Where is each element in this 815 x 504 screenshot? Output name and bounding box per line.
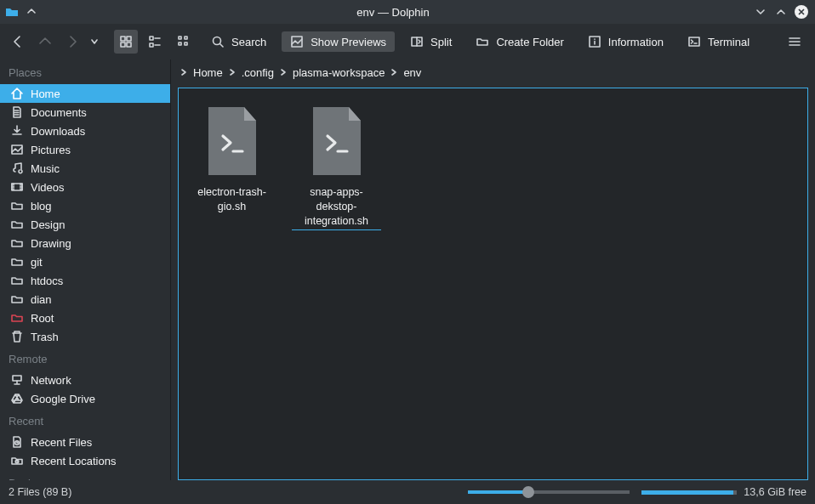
view-icons-button[interactable] [114, 30, 138, 54]
file-grid[interactable]: electron-trash-gio.shsnap-apps-dekstop-i… [178, 88, 808, 480]
file-label: electron-trash-gio.sh [187, 185, 276, 214]
sidebar-item-google-drive[interactable]: Google Drive [0, 389, 170, 408]
sidebar-item-label: dian [31, 293, 52, 306]
chevron-right-icon [180, 66, 188, 79]
shell-script-icon [198, 100, 266, 182]
nav-history-dropdown[interactable] [90, 32, 99, 51]
sidebar-item-blog[interactable]: blog [0, 196, 170, 215]
view-compact-button[interactable] [143, 30, 167, 54]
file-item[interactable]: electron-trash-gio.sh [187, 100, 276, 214]
svg-rect-4 [127, 42, 131, 47]
folder-icon [10, 292, 24, 306]
sidebar-item-label: Videos [31, 181, 65, 194]
nav-forward-button[interactable] [63, 32, 82, 51]
sidebar-item-label: Google Drive [31, 393, 95, 405]
sidebar-item-root[interactable]: Root [0, 309, 170, 327]
terminal-button[interactable]: Terminal [679, 31, 758, 52]
pin-icon[interactable] [26, 5, 37, 20]
file-item[interactable]: snap-apps-dekstop-integration.sh [292, 100, 381, 230]
sidebar-item-label: Network [31, 374, 71, 387]
sidebar-section-places: Places [0, 59, 170, 84]
search-button[interactable]: Search [202, 31, 275, 52]
svg-rect-6 [150, 43, 153, 47]
trash-icon [10, 330, 24, 343]
sidebar-item-videos[interactable]: Videos [0, 178, 170, 196]
breadcrumb-item[interactable]: .config [238, 65, 277, 81]
nav-back-button[interactable] [9, 32, 27, 51]
sidebar-item-documents[interactable]: Documents [0, 103, 170, 122]
sidebar-item-recent-locations[interactable]: Recent Locations [0, 451, 170, 470]
folder-icon [10, 311, 24, 325]
sidebar-item-label: Root [31, 312, 54, 325]
recent-locations-icon [10, 454, 24, 467]
sidebar-item-home[interactable]: Home [0, 84, 170, 103]
status-summary: 2 Files (89 B) [9, 486, 71, 498]
menu-button[interactable] [786, 33, 803, 50]
close-button[interactable] [793, 3, 810, 20]
sidebar-item-label: Drawing [31, 237, 71, 250]
svg-rect-15 [689, 37, 699, 46]
sidebar-item-trash[interactable]: Trash [0, 327, 170, 346]
sidebar-item-drawing[interactable]: Drawing [0, 234, 170, 252]
folder-icon [10, 255, 24, 269]
sidebar-item-htdocs[interactable]: htdocs [0, 271, 170, 290]
sidebar-item-music[interactable]: Music [0, 159, 170, 178]
sidebar-item-label: Pictures [31, 144, 71, 156]
svg-rect-8 [185, 37, 187, 39]
svg-rect-5 [150, 37, 153, 40]
disk-free-label: 13,6 GiB free [744, 486, 806, 498]
sidebar-section-recent: Recent [0, 408, 170, 433]
file-label: snap-apps-dekstop-integration.sh [292, 185, 381, 230]
gdrive-icon [10, 392, 24, 405]
sidebar-section-devices: Devices [0, 470, 170, 480]
maximize-button[interactable] [772, 3, 789, 20]
sidebar-item-label: git [31, 256, 43, 269]
sidebar-item-recent-files[interactable]: Recent Files [0, 433, 170, 451]
breadcrumb-item[interactable]: Home [190, 65, 226, 81]
sidebar-section-remote: Remote [0, 346, 170, 371]
information-label: Information [608, 36, 664, 48]
titlebar: env — Dolphin [0, 0, 815, 24]
sidebar: PlacesHomeDocumentsDownloadsPicturesMusi… [0, 59, 170, 480]
sidebar-item-label: Downloads [31, 125, 85, 138]
image-icon [10, 143, 24, 156]
split-button[interactable]: Split [402, 31, 460, 52]
show-previews-button[interactable]: Show Previews [282, 31, 395, 52]
sidebar-item-label: Trash [31, 331, 59, 343]
disk-usage: 13,6 GiB free [641, 486, 806, 498]
nav-up-button[interactable] [36, 32, 54, 51]
minimize-button[interactable] [752, 3, 769, 20]
document-icon [10, 105, 24, 119]
sidebar-item-dian[interactable]: dian [0, 290, 170, 309]
folder-icon [10, 274, 24, 287]
network-icon [10, 373, 24, 387]
video-icon [10, 180, 24, 194]
folder-icon [10, 218, 24, 231]
create-folder-label: Create Folder [496, 36, 563, 48]
zoom-slider[interactable] [468, 490, 630, 494]
svg-rect-9 [179, 42, 181, 45]
sidebar-item-network[interactable]: Network [0, 371, 170, 389]
sidebar-item-label: htdocs [31, 275, 63, 287]
sidebar-item-label: Music [31, 162, 60, 175]
svg-rect-1 [121, 37, 125, 41]
view-details-button[interactable] [172, 30, 196, 54]
shell-script-icon [303, 100, 371, 182]
breadcrumb: Home.configplasma-workspaceenv [171, 59, 815, 85]
sidebar-item-label: Documents [31, 106, 87, 119]
sidebar-item-git[interactable]: git [0, 252, 170, 271]
toolbar: Search Show Previews Split Create Folder… [0, 24, 815, 59]
search-label: Search [231, 36, 266, 48]
svg-rect-7 [179, 37, 181, 39]
svg-rect-18 [13, 376, 21, 381]
sidebar-item-label: Recent Locations [31, 455, 116, 467]
sidebar-item-design[interactable]: Design [0, 215, 170, 234]
breadcrumb-item[interactable]: env [400, 65, 425, 81]
breadcrumb-item[interactable]: plasma-workspace [289, 65, 388, 81]
statusbar: 2 Files (89 B) 13,6 GiB free [0, 480, 815, 504]
information-button[interactable]: Information [579, 31, 672, 52]
create-folder-button[interactable]: Create Folder [467, 31, 572, 52]
sidebar-item-downloads[interactable]: Downloads [0, 122, 170, 140]
sidebar-item-pictures[interactable]: Pictures [0, 140, 170, 159]
sidebar-item-label: Home [31, 88, 60, 100]
